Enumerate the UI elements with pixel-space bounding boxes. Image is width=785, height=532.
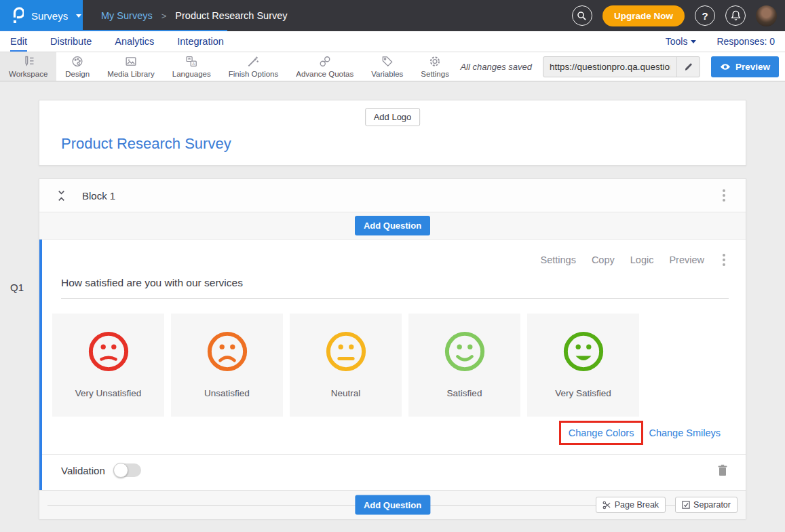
save-status: All changes saved <box>460 62 532 72</box>
footer-right-buttons: Page Break Separator <box>596 497 738 513</box>
block-footer-bar: Add Question Page Break Separator <box>39 490 746 519</box>
smiley-option-label: Unsatisfied <box>204 388 250 398</box>
question-settings-link[interactable]: Settings <box>540 254 575 265</box>
workspace-icon <box>22 55 35 68</box>
top-header: Surveys My Surveys > Product Research Su… <box>0 0 785 31</box>
toolbar-variables[interactable]: Variables <box>362 52 412 81</box>
image-icon <box>124 55 138 68</box>
responses-count[interactable]: Responses: 0 <box>716 36 775 47</box>
checkbox-check-icon <box>682 501 690 509</box>
pencil-icon <box>684 62 693 71</box>
validation-row: Validation <box>42 454 746 477</box>
toolbar-right: All changes saved Preview <box>460 52 785 81</box>
question-mark-icon: ? <box>702 10 708 22</box>
question-number: Q1 <box>10 282 24 293</box>
add-question-button-bottom[interactable]: Add Question <box>355 495 430 515</box>
survey-header-card: Add Logo Product Research Survey <box>39 100 746 166</box>
tab-edit[interactable]: Edit <box>10 31 27 52</box>
block-menu-button[interactable] <box>720 187 728 204</box>
validation-toggle[interactable] <box>114 463 141 477</box>
add-question-bar-top: Add Question <box>39 212 746 240</box>
tag-icon <box>381 55 394 68</box>
toolbar-media-library[interactable]: Media Library <box>98 52 164 81</box>
smiley-face-icon <box>324 329 368 374</box>
breadcrumb-current-survey: Product Research Survey <box>175 10 287 21</box>
breadcrumb-my-surveys[interactable]: My Surveys <box>101 10 153 21</box>
smiley-option[interactable]: Unsatisfied <box>171 314 283 417</box>
smiley-option[interactable]: Very Satisfied <box>527 314 639 417</box>
toolbar-design[interactable]: Design <box>56 52 98 81</box>
question-preview-link[interactable]: Preview <box>669 254 704 265</box>
breadcrumb-separator: > <box>161 11 167 21</box>
annotation-highlight-box: Change Colors <box>559 421 644 445</box>
search-icon <box>577 11 587 21</box>
smiley-scale: Very Unsatisfied Unsatisfied Neutral <box>52 314 746 417</box>
block-card: Block 1 Add Question Q1 Settings Copy Lo… <box>39 178 746 519</box>
palette-icon <box>71 55 84 68</box>
questionpro-logo-icon <box>12 7 24 24</box>
help-button[interactable]: ? <box>695 5 715 26</box>
smiley-option[interactable]: Satisfied <box>408 314 520 417</box>
smiley-face-icon <box>561 329 606 374</box>
gear-icon <box>428 55 442 68</box>
question-menu-button[interactable] <box>720 251 728 269</box>
delete-question-button[interactable] <box>717 464 728 476</box>
chevron-down-icon <box>691 40 696 43</box>
survey-title[interactable]: Product Research Survey <box>61 135 231 153</box>
smiley-option-label: Very Unsatisfied <box>75 388 142 398</box>
user-avatar[interactable] <box>756 5 777 26</box>
question-copy-link[interactable]: Copy <box>592 254 615 265</box>
chain-link-icon <box>318 55 332 68</box>
editor-toolbar: Workspace Design Media Library A Languag… <box>0 52 785 81</box>
toggle-knob <box>113 463 128 478</box>
toolbar-languages[interactable]: A Languages <box>164 52 220 81</box>
notifications-button[interactable] <box>725 5 746 26</box>
question-actions: Settings Copy Logic Preview <box>42 240 746 269</box>
search-button[interactable] <box>572 5 592 26</box>
preview-button[interactable]: Preview <box>711 56 779 77</box>
smiley-option[interactable]: Very Unsatisfied <box>52 314 164 417</box>
tab-analytics[interactable]: Analytics <box>115 31 154 52</box>
breadcrumb: My Surveys > Product Research Survey <box>101 10 288 21</box>
smiley-option[interactable]: Neutral <box>290 314 402 417</box>
change-colors-link[interactable]: Change Colors <box>569 428 634 438</box>
block-title[interactable]: Block 1 <box>82 190 115 202</box>
smiley-face-icon <box>205 329 250 374</box>
nav-tabs: Edit Distribute Analytics Integration <box>10 31 224 52</box>
survey-url-group <box>543 56 700 77</box>
page-break-button[interactable]: Page Break <box>596 497 666 513</box>
collapse-block-icon[interactable] <box>57 190 66 202</box>
separator-button[interactable]: Separator <box>675 497 738 513</box>
tab-integration[interactable]: Integration <box>177 31 224 52</box>
smiley-face-icon <box>86 329 131 374</box>
survey-url-input[interactable] <box>543 57 676 77</box>
add-question-button-top[interactable]: Add Question <box>355 216 430 235</box>
block-header: Block 1 <box>39 179 746 212</box>
toolbar-settings[interactable]: Settings <box>412 52 458 81</box>
survey-nav: Edit Distribute Analytics Integration To… <box>0 31 785 52</box>
edit-url-button[interactable] <box>676 57 700 77</box>
smiley-options-links: Change Colors Change Smileys <box>42 421 721 445</box>
chevron-down-icon <box>76 14 81 18</box>
bell-icon <box>731 10 741 21</box>
trash-icon <box>717 464 728 476</box>
tools-menu[interactable]: Tools <box>666 36 697 47</box>
smiley-face-icon <box>442 329 487 374</box>
eye-icon <box>720 63 731 71</box>
toolbar-finish-options[interactable]: Finish Options <box>220 52 288 81</box>
smiley-option-label: Very Satisfied <box>555 388 611 398</box>
smiley-option-label: Neutral <box>331 388 361 398</box>
tab-distribute[interactable]: Distribute <box>50 31 92 52</box>
product-name: Surveys <box>31 10 68 22</box>
add-logo-button[interactable]: Add Logo <box>365 108 421 126</box>
toolbar-workspace[interactable]: Workspace <box>0 52 56 81</box>
change-smileys-link[interactable]: Change Smileys <box>649 428 721 438</box>
nav-right: Tools Responses: 0 <box>666 36 775 47</box>
svg-text:A: A <box>193 62 195 66</box>
question-logic-link[interactable]: Logic <box>630 254 654 265</box>
smiley-option-label: Satisfied <box>447 388 482 398</box>
question-text[interactable]: How satisfied are you with our services <box>61 277 729 299</box>
upgrade-now-button[interactable]: Upgrade Now <box>602 5 685 26</box>
product-switcher[interactable]: Surveys <box>0 0 83 31</box>
toolbar-advance-quotas[interactable]: Advance Quotas <box>287 52 362 81</box>
